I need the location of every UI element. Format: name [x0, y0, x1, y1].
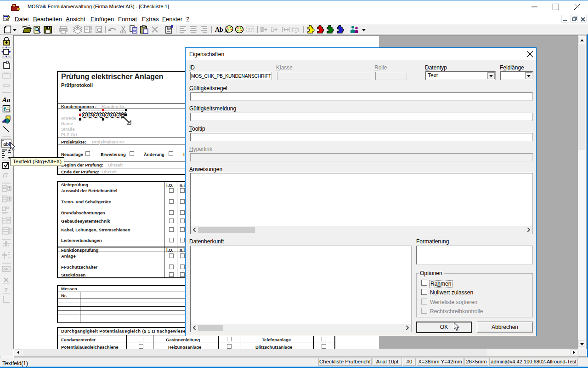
svg-text:XY: XY [4, 72, 9, 75]
svg-text:abl: abl [3, 141, 10, 147]
svg-text:?: ? [4, 287, 8, 293]
svg-text:A: A [224, 28, 228, 34]
svg-text:Aa: Aa [2, 96, 11, 104]
svg-text:OK: OK [3, 267, 9, 271]
svg-text:XY: XY [248, 27, 253, 31]
svg-text:c: c [220, 30, 221, 34]
svg-text:1: 1 [295, 29, 297, 34]
